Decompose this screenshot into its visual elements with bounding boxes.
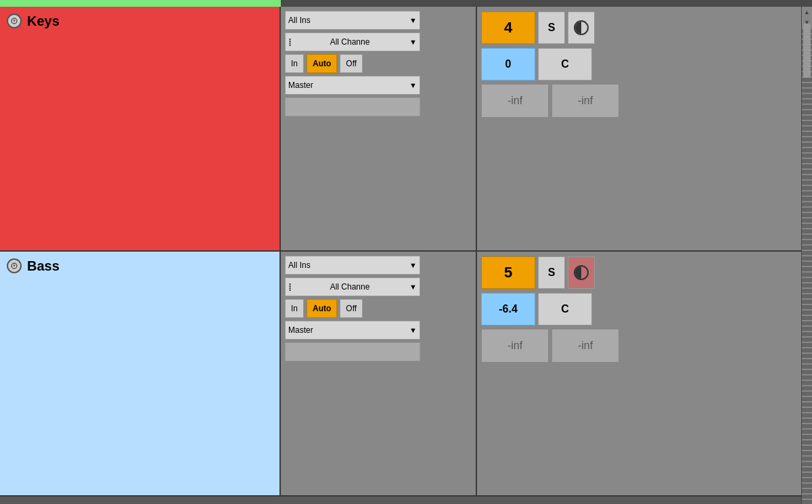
bass-monitor-button[interactable] [568,256,595,289]
collapse-icon [11,18,18,24]
keys-track-row: Keys All Ins ▼ ⁞ All Channe ▼ [0,7,801,252]
svg-marker-3 [13,265,16,267]
bass-monitor-off-button[interactable]: Off [340,299,363,318]
scroll-up-button[interactable]: ▲ [802,7,812,17]
bass-pitch-value: -6.4 [499,303,518,315]
keys-allin-row: All Ins ▼ [285,11,472,30]
scroll-decoration [802,28,812,504]
keys-monitor-auto-button[interactable]: Auto [307,54,337,73]
keys-inf-left-button[interactable]: -inf [481,84,549,118]
keys-allin-dropdown[interactable]: All Ins ▼ [285,11,420,30]
keys-output-arrow: ▼ [409,81,417,89]
keys-name-panel: Keys [0,7,281,250]
bass-track-row: Bass All Ins ▼ ⁞ All Channe ▼ [0,252,801,497]
keys-channel-dropdown[interactable]: ⁞ All Channe ▼ [285,32,420,51]
bass-output-label: Master [288,325,313,335]
bass-inf-right-button[interactable]: -inf [551,329,619,363]
keys-channel-dots: ⁞ [288,36,292,49]
top-bar [0,0,812,7]
keys-track-label: Keys [27,14,60,29]
keys-c-button[interactable]: C [538,48,592,81]
keys-meter-row-3: -inf -inf [481,84,797,118]
bass-channel-row: ⁞ All Channe ▼ [285,277,472,296]
bass-allin-arrow: ▼ [409,261,417,269]
keys-pitch-button[interactable]: 0 [481,48,535,81]
keys-meter-row-2: 0 C [481,47,797,81]
bass-empty-row [285,342,472,361]
keys-output-label: Master [288,81,313,90]
keys-meter-row-1: 4 S [481,11,797,45]
bass-output-arrow: ▼ [409,326,417,334]
keys-empty-bar [285,97,420,116]
bass-controls-panel: All Ins ▼ ⁞ All Channe ▼ In [281,252,477,495]
bass-channel-arrow: ▼ [409,283,417,291]
bass-inf-left-button[interactable]: -inf [481,329,549,363]
bass-channel-dots: ⁞ [288,281,292,294]
keys-allin-label: All Ins [288,16,311,25]
keys-channel-label: All Channe [330,37,370,47]
bass-allin-label: All Ins [288,260,311,270]
right-scrollbar[interactable]: ▲ ▼ [801,7,812,504]
bass-c-button[interactable]: C [538,293,592,325]
bass-output-dropdown[interactable]: Master ▼ [285,321,420,340]
keys-monitor-off-button[interactable]: Off [340,54,363,73]
keys-controls-panel: All Ins ▼ ⁞ All Channe ▼ In [281,7,477,250]
svg-marker-1 [13,20,16,22]
bass-meters-panel: 5 S -6.4 C [477,252,801,495]
keys-track-number[interactable]: 4 [481,12,535,44]
keys-empty-row [285,97,472,116]
bass-empty-bar [285,342,420,361]
keys-inf-right-button[interactable]: -inf [551,84,619,118]
bass-allin-dropdown[interactable]: All Ins ▼ [285,256,420,275]
bass-meter-row-2: -6.4 C [481,292,797,326]
keys-channel-row: ⁞ All Channe ▼ [285,32,472,51]
top-green-bar [0,0,281,7]
keys-solo-button[interactable]: S [538,12,565,44]
keys-meters-panel: 4 S 0 C [477,7,801,250]
bass-monitor-icon [574,265,589,280]
keys-allin-arrow: ▼ [409,16,417,24]
bass-pitch-button[interactable]: -6.4 [481,293,535,325]
bass-track-label: Bass [27,258,60,274]
bass-collapse-icon [11,262,18,269]
scroll-thumb [803,24,811,78]
bass-allin-row: All Ins ▼ [285,256,472,275]
keys-monitor-in-button[interactable]: In [285,54,304,73]
bass-collapse-button[interactable] [7,258,22,273]
tracks-area: Keys All Ins ▼ ⁞ All Channe ▼ [0,7,801,504]
main-layout: Keys All Ins ▼ ⁞ All Channe ▼ [0,7,812,504]
bass-monitor-row: In Auto Off [285,299,472,318]
keys-output-dropdown[interactable]: Master ▼ [285,76,420,95]
bass-output-row: Master ▼ [285,321,472,340]
bass-meter-row-1: 5 S [481,256,797,290]
keys-monitor-row: In Auto Off [285,54,472,73]
bass-track-number[interactable]: 5 [481,256,535,289]
keys-monitor-icon [574,20,589,35]
keys-output-row: Master ▼ [285,76,472,95]
bass-name-panel: Bass [0,252,281,495]
bass-meter-row-3: -inf -inf [481,329,797,363]
keys-collapse-button[interactable] [7,14,22,28]
keys-monitor-button[interactable] [568,12,595,44]
bass-solo-button[interactable]: S [538,256,565,289]
bass-monitor-in-button[interactable]: In [285,299,304,318]
bass-channel-label: All Channe [330,282,370,292]
bass-channel-dropdown[interactable]: ⁞ All Channe ▼ [285,277,420,296]
keys-pitch-value: 0 [505,58,512,70]
keys-channel-arrow: ▼ [409,38,417,46]
bass-monitor-auto-button[interactable]: Auto [307,299,337,318]
